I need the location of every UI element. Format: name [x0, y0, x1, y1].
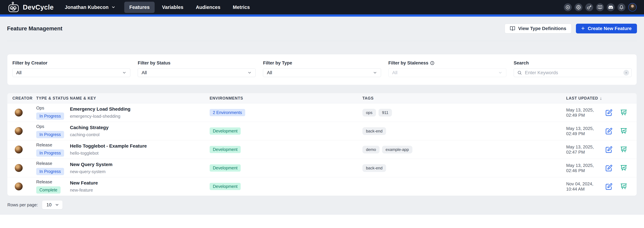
col-tags: TAGS — [362, 96, 566, 101]
tab-features[interactable]: Features — [124, 2, 155, 13]
filter-creator: Filter by Creator All — [12, 61, 130, 77]
search-icon — [517, 70, 522, 75]
clear-search-icon[interactable]: × — [623, 70, 629, 76]
tag-pill: back-end — [362, 127, 386, 135]
edit-icon[interactable] — [606, 146, 612, 153]
feature-type: Ops — [36, 105, 70, 111]
col-type-status: TYPE & STATUS — [36, 96, 70, 101]
rows-per-page-select[interactable]: 10 — [42, 200, 63, 209]
search-label: Search — [514, 61, 632, 66]
notifications-bell-icon[interactable] — [618, 3, 626, 11]
user-avatar[interactable] — [628, 3, 636, 12]
status-badge: In Progress — [36, 112, 64, 120]
tab-audiences[interactable]: Audiences — [191, 2, 226, 13]
tag-pill: example-app — [382, 146, 412, 153]
row-actions — [606, 128, 632, 135]
tag-pill: back-end — [362, 164, 386, 172]
last-updated: May 13, 2025, 02:46 PM — [566, 163, 606, 173]
page-header: Feature Management View Type Definitions… — [7, 17, 637, 41]
row-actions — [606, 146, 632, 153]
discord-icon[interactable] — [607, 3, 615, 11]
metrics-chart-icon[interactable] — [620, 183, 627, 190]
table-row[interactable]: Release In Progress Hello Togglebot - Ex… — [8, 140, 636, 159]
edit-icon[interactable] — [606, 128, 612, 135]
settings-gear-icon[interactable] — [574, 3, 582, 11]
filter-staleness-select[interactable]: All — [388, 68, 506, 77]
metrics-chart-icon[interactable] — [620, 128, 627, 135]
last-updated: Nov 04, 2024, 10:44 AM — [566, 181, 606, 192]
environments-badge: 2 Environments — [210, 109, 245, 116]
filter-type-label: Filter by Type — [263, 61, 381, 66]
search-input[interactable] — [525, 70, 620, 75]
table-row[interactable]: Ops In Progress Emergency Load Shedding … — [8, 103, 636, 122]
devcycle-logo[interactable]: DevCycle — [8, 2, 54, 13]
add-circle-icon[interactable] — [564, 3, 572, 11]
col-creator: CREATOR — [12, 96, 36, 101]
book-icon — [510, 26, 515, 31]
tab-metrics[interactable]: Metrics — [228, 2, 255, 13]
creator-avatar — [15, 164, 23, 172]
table-row[interactable]: Release Complete New Feature new-feature… — [8, 177, 636, 196]
rows-per-page-label: Rows per page: — [8, 202, 38, 207]
filter-creator-select[interactable]: All — [12, 68, 130, 77]
filter-type-select[interactable]: All — [263, 68, 381, 77]
row-actions — [606, 164, 632, 172]
filter-status-select[interactable]: All — [138, 68, 256, 77]
status-badge: In Progress — [36, 149, 64, 157]
metrics-chart-icon[interactable] — [620, 109, 627, 116]
creator-avatar — [15, 109, 23, 117]
edit-icon[interactable] — [606, 183, 612, 190]
robot-logo-icon — [8, 2, 20, 13]
create-new-feature-button[interactable]: + Create New Feature — [576, 24, 637, 33]
docs-book-icon[interactable] — [596, 3, 604, 11]
search-box: × — [514, 68, 632, 77]
feature-name: Caching Strategy — [70, 125, 210, 130]
table-row[interactable]: Ops In Progress Caching Strategy caching… — [8, 122, 636, 140]
pagination: Rows per page: 10 — [8, 200, 636, 209]
filter-bar: Filter by Creator All Filter by Status A… — [8, 54, 636, 85]
page-title: Feature Management — [7, 25, 62, 32]
plus-icon: + — [581, 25, 585, 31]
col-last-updated[interactable]: LAST UPDATED ↓ — [566, 96, 632, 101]
creator-avatar — [15, 127, 23, 135]
metrics-chart-icon[interactable] — [620, 146, 627, 153]
tags-cell: ops911 — [362, 109, 566, 117]
filter-status-label: Filter by Status — [138, 61, 256, 66]
edit-icon[interactable] — [606, 109, 612, 116]
tag-pill: 911 — [378, 109, 392, 117]
feature-name: Hello Togglebot - Example Feature — [70, 143, 210, 149]
row-actions — [606, 183, 632, 190]
brand-name: DevCycle — [23, 4, 54, 11]
row-actions — [606, 109, 632, 116]
nav-tabs: FeaturesVariablesAudiencesMetrics — [124, 2, 255, 13]
environments-badge: Development — [210, 127, 241, 135]
accent-bar — [0, 15, 644, 17]
info-icon[interactable] — [430, 61, 434, 65]
feature-name: New Feature — [70, 180, 210, 186]
header-actions: View Type Definitions + Create New Featu… — [505, 24, 637, 33]
last-updated: May 13, 2025, 02:49 PM — [566, 126, 606, 136]
filter-staleness: Filter by Staleness All — [388, 61, 506, 77]
tab-variables[interactable]: Variables — [157, 2, 188, 13]
metrics-chart-icon[interactable] — [620, 164, 627, 172]
feature-type: Release — [36, 161, 70, 166]
feature-key: caching-control — [70, 132, 210, 137]
feature-key: new-query-system — [70, 169, 210, 174]
chevron-down-icon — [498, 71, 502, 75]
chevron-down-icon — [111, 5, 116, 10]
status-badge: In Progress — [36, 168, 64, 175]
status-badge: Complete — [36, 186, 60, 193]
tags-cell: back-end — [362, 127, 566, 135]
edit-icon[interactable] — [606, 164, 612, 172]
environments-badge: Development — [210, 183, 241, 190]
filter-search: Search × — [514, 61, 632, 77]
feature-key: emergency-load-shedding — [70, 114, 210, 119]
chevron-down-icon — [122, 71, 126, 75]
org-selector[interactable]: Jonathan Kubecon — [65, 5, 116, 10]
view-type-definitions-button[interactable]: View Type Definitions — [505, 24, 572, 33]
tags-cell: demoexample-app — [362, 146, 566, 153]
feature-name: New Query System — [70, 162, 210, 167]
feature-key: new-feature — [70, 187, 210, 193]
table-row[interactable]: Release In Progress New Query System new… — [8, 159, 636, 177]
api-key-icon[interactable] — [585, 3, 593, 11]
